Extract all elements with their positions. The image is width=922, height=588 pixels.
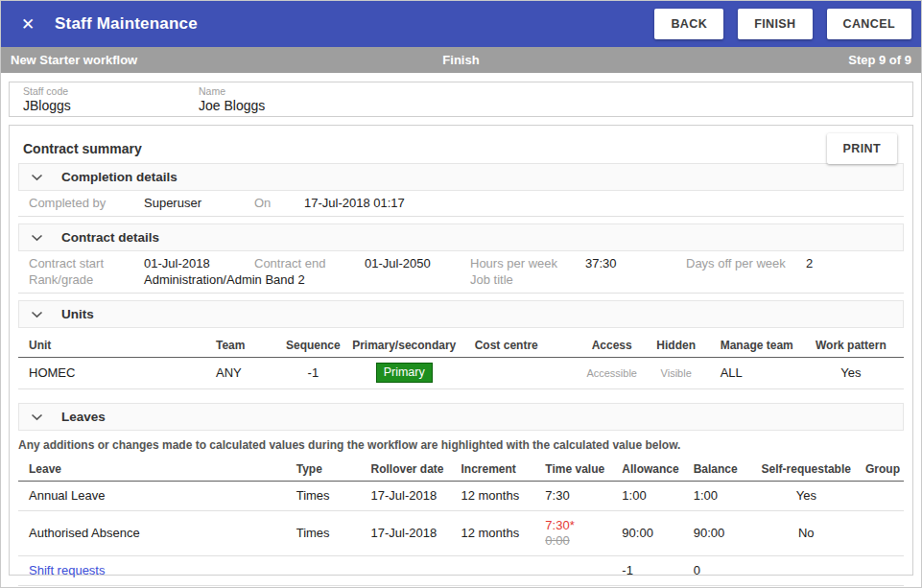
balance: 90:00: [683, 511, 758, 556]
leave-link-cell: Shift requests: [18, 556, 286, 586]
allowance: 90:00: [611, 511, 682, 556]
section-title: Leaves: [61, 410, 106, 424]
staff-code-field: Staff code JBloggs: [23, 85, 71, 114]
col-sequence: Sequence: [282, 334, 344, 358]
increment: [450, 556, 534, 586]
time-value-changed: 7:30* 0:00: [534, 511, 611, 556]
group: [855, 511, 904, 556]
self-requestable: Yes: [758, 482, 855, 511]
time-value: [534, 556, 611, 586]
table-row[interactable]: HOMEC ANY -1 Primary Accessible Visible …: [18, 358, 904, 389]
rank-grade-label: Rank/grade: [29, 272, 144, 287]
primary-secondary-cell: Primary: [344, 358, 464, 389]
contract-summary-panel: Contract summary PRINT Completion detail…: [9, 125, 913, 576]
col-unit: Unit: [18, 334, 205, 358]
col-time-value: Time value: [534, 458, 611, 482]
close-icon[interactable]: ✕: [14, 11, 41, 37]
rank-grade-value: Administration/Admin Band 2: [144, 272, 470, 287]
days-off-per-week-label: Days off per week: [686, 256, 806, 270]
time-value-calculated: 0:00: [545, 533, 607, 548]
team-value: ANY: [205, 358, 282, 389]
leaves-table: Leave Type Rollover date Increment Time …: [18, 458, 904, 588]
col-leave: Leave: [18, 458, 286, 482]
col-work-pattern: Work pattern: [798, 334, 904, 358]
completed-by-label: Completed by: [29, 196, 144, 210]
leave-name: Annual Leave: [18, 482, 286, 511]
shift-requests-link[interactable]: Shift requests: [29, 563, 106, 577]
col-rollover-date: Rollover date: [361, 458, 451, 482]
table-row[interactable]: Shift requests -1 0: [18, 556, 904, 586]
staff-maintenance-window: ✕ Staff Maintenance BACK FINISH CANCEL N…: [0, 0, 922, 588]
contract-start-label: Contract start: [29, 256, 144, 270]
leaves-header-row: Leave Type Rollover date Increment Time …: [18, 458, 904, 482]
staff-name-value: Joe Bloggs: [199, 98, 265, 114]
cancel-button[interactable]: CANCEL: [827, 9, 911, 39]
units-table: Unit Team Sequence Primary/secondary Cos…: [18, 334, 904, 389]
page-title: Staff Maintenance: [55, 14, 654, 34]
self-requestable: No: [758, 511, 855, 556]
col-team: Team: [205, 334, 282, 358]
col-cost-centre: Cost centre: [464, 334, 581, 358]
hours-per-week-value: 37:30: [585, 256, 686, 270]
col-manage-team: Manage team: [710, 334, 798, 358]
leave-type: Times: [286, 511, 361, 556]
staff-identity-box: Staff code JBloggs Name Joe Bloggs: [9, 82, 913, 117]
group: [855, 556, 904, 586]
status-badge: Primary: [376, 363, 433, 383]
col-group: Group: [855, 458, 904, 482]
appbar-actions: BACK FINISH CANCEL: [654, 9, 911, 39]
col-hidden: Hidden: [643, 334, 710, 358]
sequence-value: -1: [282, 358, 344, 389]
staff-code-label: Staff code: [23, 85, 71, 98]
contract-start-value: 01-Jul-2018: [144, 256, 254, 270]
completed-by-value: Superuser: [144, 196, 254, 210]
table-row[interactable]: Annual Leave Times 17-Jul-2018 12 months…: [18, 482, 904, 511]
cost-centre-value: [464, 358, 581, 389]
section-completion-details[interactable]: Completion details: [18, 163, 904, 191]
app-bar: ✕ Staff Maintenance BACK FINISH CANCEL: [1, 1, 921, 47]
allowance: 1:00: [611, 482, 682, 511]
increment: 12 months: [450, 482, 534, 511]
unit-value: HOMEC: [18, 358, 205, 389]
col-increment: Increment: [450, 458, 534, 482]
section-title: Units: [61, 307, 94, 321]
panel-title: Contract summary: [10, 126, 912, 156]
self-requestable: [758, 556, 855, 586]
section-units[interactable]: Units: [18, 300, 904, 328]
staff-name-field: Name Joe Bloggs: [199, 85, 265, 114]
workflow-progress: Step 9 of 9: [611, 53, 911, 67]
chevron-down-icon: [31, 311, 43, 318]
workflow-bar: New Starter workflow Finish Step 9 of 9: [1, 47, 921, 73]
section-contract-details[interactable]: Contract details: [18, 223, 904, 251]
finish-button[interactable]: FINISH: [738, 9, 812, 39]
leave-type: [286, 556, 361, 586]
col-access: Access: [581, 334, 643, 358]
workflow-name: New Starter workflow: [11, 53, 311, 67]
print-button[interactable]: PRINT: [827, 133, 898, 164]
section-leaves[interactable]: Leaves: [18, 403, 904, 431]
staff-name-label: Name: [199, 85, 265, 98]
time-value-new: 7:30*: [545, 518, 574, 532]
leaves-note: Any additions or changes made to calcula…: [18, 438, 904, 452]
work-pattern-value: Yes: [798, 358, 904, 389]
access-value: Accessible: [581, 358, 643, 389]
col-primary-secondary: Primary/secondary: [344, 334, 464, 358]
rollover-date: 17-Jul-2018: [361, 511, 451, 556]
content-area: Staff code JBloggs Name Joe Bloggs Contr…: [1, 73, 921, 576]
contract-details-rows: Contract start 01-Jul-2018 Contract end …: [18, 251, 904, 294]
col-balance: Balance: [683, 458, 758, 482]
chevron-down-icon: [31, 413, 43, 421]
staff-code-value: JBloggs: [23, 98, 71, 114]
hidden-value: Visible: [643, 358, 710, 389]
contract-end-value: 01-Jul-2050: [365, 256, 470, 270]
section-title: Contract details: [61, 230, 159, 245]
col-allowance: Allowance: [611, 458, 682, 482]
table-row[interactable]: Authorised Absence Times 17-Jul-2018 12 …: [18, 511, 904, 556]
hours-per-week-label: Hours per week: [470, 256, 585, 270]
chevron-down-icon: [31, 174, 43, 181]
chevron-down-icon: [31, 234, 43, 242]
contract-end-label: Contract end: [254, 256, 365, 270]
units-header-row: Unit Team Sequence Primary/secondary Cos…: [18, 334, 904, 358]
group: [855, 482, 904, 511]
back-button[interactable]: BACK: [654, 9, 723, 39]
